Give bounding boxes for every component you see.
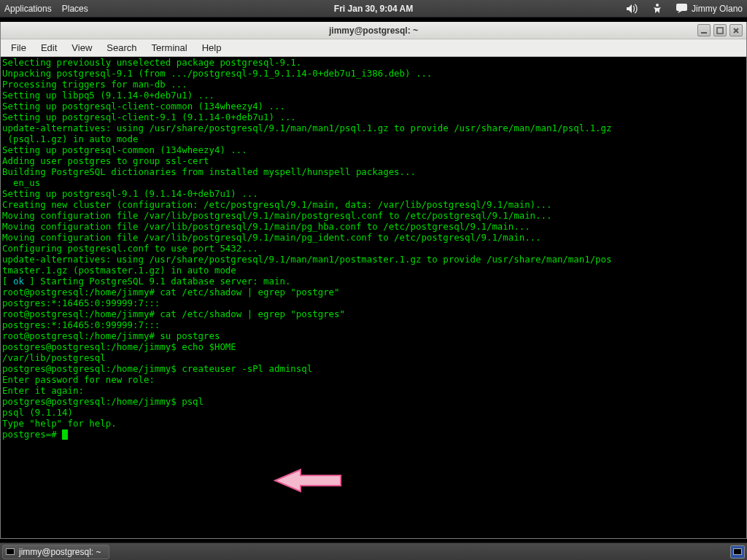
- terminal-line: tmaster.1.gz (postmaster.1.gz) in auto m…: [2, 265, 745, 276]
- terminal-line: Enter password for new role:: [2, 374, 745, 385]
- terminal-line: Setting up postgresql-9.1 (9.1.14-0+deb7…: [2, 188, 745, 199]
- terminal-window: jimmy@postgresql: ~ File Edit View Searc…: [0, 22, 747, 539]
- minimize-button[interactable]: [697, 24, 711, 36]
- terminal-line: Moving configuration file /var/lib/postg…: [2, 232, 745, 243]
- top-panel: Applications Places Fri Jan 30, 9:04 AM …: [0, 0, 747, 18]
- menubar: File Edit View Search Terminal Help: [1, 39, 746, 57]
- terminal-area[interactable]: Selecting previously unselected package …: [1, 57, 746, 538]
- svg-point-0: [656, 4, 659, 7]
- terminal-line: Selecting previously unselected package …: [2, 57, 745, 68]
- terminal-line: psql (9.1.14): [2, 407, 745, 418]
- terminal-line: [ ok ] Starting PostgreSQL 9.1 database …: [2, 276, 745, 287]
- menu-file[interactable]: File: [5, 41, 32, 55]
- maximize-button[interactable]: [713, 24, 727, 36]
- terminal-icon: [733, 548, 742, 555]
- terminal-line: (psql.1.gz) in auto mode: [2, 133, 745, 144]
- volume-icon[interactable]: [626, 4, 638, 14]
- clock[interactable]: Fri Jan 30, 9:04 AM: [334, 4, 413, 14]
- window-title: jimmy@postgresql: ~: [329, 26, 418, 36]
- terminal-line: Building PostgreSQL dictionaries from in…: [2, 166, 745, 177]
- svg-rect-1: [676, 4, 687, 11]
- workspace-switcher[interactable]: [730, 545, 745, 559]
- terminal-line: Moving configuration file /var/lib/postg…: [2, 210, 745, 221]
- terminal-line: Setting up postgresql-client-common (134…: [2, 101, 745, 112]
- taskbar-window-button[interactable]: jimmy@postgresql: ~: [2, 545, 109, 559]
- terminal-line: Moving configuration file /var/lib/postg…: [2, 221, 745, 232]
- terminal-line: Processing triggers for man-db ...: [2, 79, 745, 90]
- applications-menu[interactable]: Applications: [4, 4, 52, 14]
- terminal-line: update-alternatives: using /usr/share/po…: [2, 122, 745, 133]
- terminal-line: postgres@postgresql:/home/jimmy$ createu…: [2, 363, 745, 374]
- terminal-line: postgres=#: [2, 429, 745, 440]
- taskbar-window-label: jimmy@postgresql: ~: [19, 547, 101, 557]
- menu-view[interactable]: View: [66, 41, 98, 55]
- terminal-line: Setting up libpq5 (9.1.14-0+deb7u1) ...: [2, 90, 745, 101]
- menu-edit[interactable]: Edit: [35, 41, 63, 55]
- bottom-taskbar: jimmy@postgresql: ~: [0, 542, 747, 560]
- terminal-line: postgres:*:16465:0:99999:7:::: [2, 319, 745, 330]
- accessibility-icon[interactable]: [651, 3, 663, 15]
- terminal-line: /var/lib/postgresql: [2, 352, 745, 363]
- terminal-icon: [6, 548, 15, 555]
- terminal-line: root@postgresql:/home/jimmy# su postgres: [2, 330, 745, 341]
- menu-search[interactable]: Search: [101, 41, 142, 55]
- terminal-line: update-alternatives: using /usr/share/po…: [2, 254, 745, 265]
- terminal-line: postgres@postgresql:/home/jimmy$ psql: [2, 396, 745, 407]
- terminal-line: en_us: [2, 177, 745, 188]
- chat-icon[interactable]: Jimmy Olano: [676, 4, 743, 14]
- terminal-line: Configuring postgresql.conf to use port …: [2, 243, 745, 254]
- window-titlebar[interactable]: jimmy@postgresql: ~: [1, 22, 746, 39]
- menu-help[interactable]: Help: [196, 41, 228, 55]
- terminal-line: Setting up postgresql-common (134wheezy4…: [2, 144, 745, 155]
- close-button[interactable]: [729, 24, 743, 36]
- places-menu[interactable]: Places: [62, 4, 88, 14]
- terminal-line: Setting up postgresql-client-9.1 (9.1.14…: [2, 112, 745, 122]
- terminal-line: Creating new cluster (configuration: /et…: [2, 199, 745, 210]
- terminal-line: root@postgresql:/home/jimmy# cat /etc/sh…: [2, 287, 745, 298]
- terminal-line: Enter it again:: [2, 385, 745, 396]
- svg-rect-3: [717, 28, 723, 34]
- terminal-line: Type "help" for help.: [2, 418, 745, 429]
- menu-terminal[interactable]: Terminal: [146, 41, 193, 55]
- user-label: Jimmy Olano: [692, 4, 743, 14]
- terminal-cursor: [62, 429, 68, 440]
- terminal-line: postgres@postgresql:/home/jimmy$ echo $H…: [2, 341, 745, 352]
- terminal-line: Adding user postgres to group ssl-cert: [2, 155, 745, 166]
- terminal-line: root@postgresql:/home/jimmy# cat /etc/sh…: [2, 308, 745, 319]
- terminal-line: postgres:*:16465:0:99999:7:::: [2, 298, 745, 308]
- terminal-line: Unpacking postgresql-9.1 (from .../postg…: [2, 68, 745, 79]
